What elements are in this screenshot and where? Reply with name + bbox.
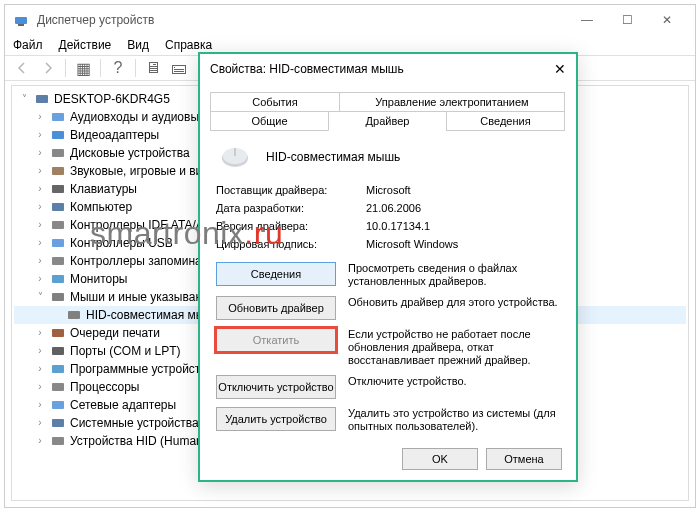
tab-driver[interactable]: Драйвер <box>328 111 447 131</box>
tree-item-label: Порты (COM и LPT) <box>70 342 181 360</box>
svg-rect-2 <box>36 95 48 103</box>
svg-rect-15 <box>52 329 64 337</box>
tree-item-label: Процессоры <box>70 378 140 396</box>
dialog-footer: OK Отмена <box>402 448 562 470</box>
tree-item-label: Мониторы <box>70 270 127 288</box>
tab-events[interactable]: События <box>210 92 340 112</box>
date-label: Дата разработки: <box>216 202 366 214</box>
properties-dialog: Свойства: HID-совместимая мышь ✕ События… <box>198 52 578 482</box>
cancel-button[interactable]: Отмена <box>486 448 562 470</box>
svg-rect-16 <box>52 347 64 355</box>
dialog-title: Свойства: HID-совместимая мышь <box>210 62 404 76</box>
svg-rect-6 <box>52 167 64 175</box>
device-category-icon <box>50 236 66 250</box>
tree-item-label: Сетевые адаптеры <box>70 396 176 414</box>
menu-action[interactable]: Действие <box>59 38 112 52</box>
tree-item-label: Контроллеры USB <box>70 234 173 252</box>
uninstall-button[interactable]: Удалить устройство <box>216 407 336 431</box>
device-category-icon <box>50 326 66 340</box>
rollback-desc: Если устройство не работает после обновл… <box>348 328 560 367</box>
maximize-button[interactable]: ☐ <box>607 6 647 34</box>
svg-rect-5 <box>52 149 64 157</box>
tree-item-label: Клавиатуры <box>70 180 137 198</box>
uninstall-desc: Удалить это устройство из системы (для о… <box>348 407 560 433</box>
update-desc: Обновить драйвер для этого устройства. <box>348 296 560 320</box>
minimize-button[interactable]: — <box>567 6 607 34</box>
svg-rect-1 <box>18 24 24 26</box>
device-category-icon <box>50 434 66 448</box>
provider-value: Microsoft <box>366 184 411 196</box>
tree-item-label: Дисковые устройства <box>70 144 190 162</box>
device-category-icon <box>50 182 66 196</box>
device-category-icon <box>50 416 66 430</box>
tree-item-label: Видеоадаптеры <box>70 126 159 144</box>
rollback-button[interactable]: Откатить <box>216 328 336 352</box>
device-category-icon <box>50 398 66 412</box>
view-icon[interactable]: ▦ <box>72 58 94 78</box>
svg-rect-18 <box>52 383 64 391</box>
scan-icon[interactable]: 🖥 <box>142 58 164 78</box>
svg-rect-12 <box>52 275 64 283</box>
device-category-icon <box>50 128 66 142</box>
details-button[interactable]: Сведения <box>216 262 336 286</box>
tree-item-label: Системные устройства <box>70 414 199 432</box>
computer-icon <box>34 92 50 106</box>
device-category-icon <box>50 218 66 232</box>
svg-rect-7 <box>52 185 64 193</box>
device-category-icon <box>50 200 66 214</box>
dialog-title-bar: Свойства: HID-совместимая мышь ✕ <box>200 54 576 84</box>
device-name: HID-совместимая мышь <box>266 150 400 164</box>
window-title: Диспетчер устройств <box>37 13 154 27</box>
svg-rect-21 <box>52 437 64 445</box>
back-icon[interactable] <box>11 58 33 78</box>
svg-rect-14 <box>68 311 80 319</box>
device-category-icon <box>50 272 66 286</box>
ok-button[interactable]: OK <box>402 448 478 470</box>
svg-rect-4 <box>52 131 64 139</box>
svg-rect-17 <box>52 365 64 373</box>
svg-rect-20 <box>52 419 64 427</box>
window-controls: — ☐ ✕ <box>567 6 687 34</box>
svg-rect-10 <box>52 239 64 247</box>
svg-rect-19 <box>52 401 64 409</box>
forward-icon[interactable] <box>37 58 59 78</box>
menu-view[interactable]: Вид <box>127 38 149 52</box>
title-bar: Диспетчер устройств — ☐ ✕ <box>5 5 695 35</box>
close-button[interactable]: ✕ <box>647 6 687 34</box>
svg-rect-13 <box>52 293 64 301</box>
tab-general[interactable]: Общие <box>210 111 329 131</box>
provider-label: Поставщик драйвера: <box>216 184 366 196</box>
dialog-close-icon[interactable]: ✕ <box>554 61 566 77</box>
disable-button[interactable]: Отключить устройство <box>216 375 336 399</box>
svg-rect-9 <box>52 221 64 229</box>
menu-help[interactable]: Справка <box>165 38 212 52</box>
device-category-icon <box>50 164 66 178</box>
svg-rect-3 <box>52 113 64 121</box>
mouse-category-icon <box>50 290 66 304</box>
help-icon[interactable]: ? <box>107 58 129 78</box>
device-header: HID-совместимая мышь <box>210 134 566 184</box>
device-category-icon <box>50 110 66 124</box>
device-category-icon <box>50 380 66 394</box>
driver-actions: Сведения Просмотреть сведения о файлах у… <box>210 262 566 433</box>
tab-details[interactable]: Сведения <box>446 111 565 131</box>
sig-label: Цифровая подпись: <box>216 238 366 250</box>
device-icon[interactable]: 🖴 <box>168 58 190 78</box>
version-label: Версия драйвера: <box>216 220 366 232</box>
device-category-icon <box>50 254 66 268</box>
mouse-icon <box>66 308 82 322</box>
date-value: 21.06.2006 <box>366 202 421 214</box>
svg-rect-8 <box>52 203 64 211</box>
tabs: События Управление электропитанием Общие… <box>210 92 566 134</box>
tree-root-label: DESKTOP-6KDR4G5 <box>54 90 170 108</box>
update-driver-button[interactable]: Обновить драйвер <box>216 296 336 320</box>
tree-item-label: Программные устройства <box>70 360 213 378</box>
tab-power[interactable]: Управление электропитанием <box>339 92 565 112</box>
svg-rect-0 <box>15 17 27 24</box>
device-category-icon <box>50 344 66 358</box>
menu-file[interactable]: Файл <box>13 38 43 52</box>
mouse-icon <box>216 144 254 170</box>
details-desc: Просмотреть сведения о файлах установлен… <box>348 262 560 288</box>
disable-desc: Отключите устройство. <box>348 375 560 399</box>
version-value: 10.0.17134.1 <box>366 220 430 232</box>
